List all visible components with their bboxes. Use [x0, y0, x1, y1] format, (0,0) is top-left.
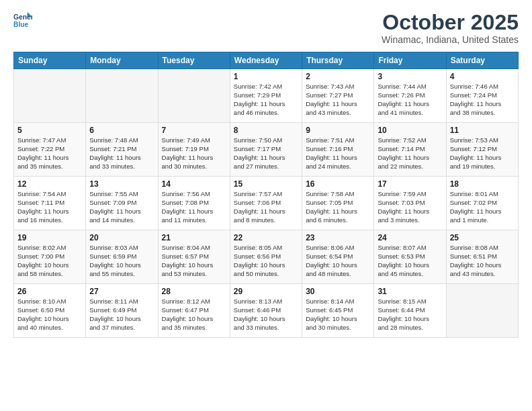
day-number: 4 [450, 72, 515, 81]
day-number: 22 [234, 233, 298, 242]
weekday-header-monday: Monday [86, 52, 158, 69]
day-number: 20 [89, 233, 154, 242]
day-info: Sunrise: 7:44 AMSunset: 7:26 PMDaylight:… [378, 83, 442, 117]
calendar-cell: 27Sunrise: 8:11 AMSunset: 6:49 PMDayligh… [86, 284, 158, 338]
day-info: Sunrise: 7:57 AMSunset: 7:06 PMDaylight:… [234, 190, 298, 224]
day-info: Sunrise: 8:05 AMSunset: 6:56 PMDaylight:… [234, 244, 298, 278]
day-info: Sunrise: 8:08 AMSunset: 6:51 PMDaylight:… [450, 244, 515, 278]
day-info: Sunrise: 7:46 AMSunset: 7:24 PMDaylight:… [450, 83, 515, 117]
day-info: Sunrise: 8:12 AMSunset: 6:47 PMDaylight:… [162, 298, 226, 332]
calendar-cell: 28Sunrise: 8:12 AMSunset: 6:47 PMDayligh… [158, 284, 230, 338]
day-number: 11 [450, 126, 515, 135]
day-info: Sunrise: 7:49 AMSunset: 7:19 PMDaylight:… [162, 136, 226, 171]
logo: General Blue [13, 11, 32, 30]
day-number: 18 [450, 179, 515, 189]
calendar-cell: 19Sunrise: 8:02 AMSunset: 7:00 PMDayligh… [14, 230, 86, 284]
day-info: Sunrise: 8:10 AMSunset: 6:50 PMDaylight:… [17, 298, 82, 332]
weekday-header-wednesday: Wednesday [230, 52, 302, 69]
day-number: 7 [162, 126, 226, 135]
calendar-cell: 13Sunrise: 7:55 AMSunset: 7:09 PMDayligh… [86, 177, 158, 230]
calendar-cell: 6Sunrise: 7:48 AMSunset: 7:21 PMDaylight… [86, 123, 158, 177]
day-info: Sunrise: 8:15 AMSunset: 6:44 PMDaylight:… [378, 298, 442, 332]
day-number: 25 [450, 233, 515, 242]
day-info: Sunrise: 8:07 AMSunset: 6:53 PMDaylight:… [378, 244, 442, 278]
day-number: 30 [306, 287, 370, 296]
location: Winamac, Indiana, United States [382, 34, 519, 45]
calendar-cell [158, 69, 230, 123]
calendar-cell: 10Sunrise: 7:52 AMSunset: 7:14 PMDayligh… [374, 123, 446, 177]
weekday-header-friday: Friday [374, 52, 446, 69]
day-info: Sunrise: 7:47 AMSunset: 7:22 PMDaylight:… [17, 136, 82, 171]
day-info: Sunrise: 8:06 AMSunset: 6:54 PMDaylight:… [306, 244, 370, 278]
day-number: 28 [162, 287, 226, 296]
calendar-cell: 7Sunrise: 7:49 AMSunset: 7:19 PMDaylight… [158, 123, 230, 177]
calendar-cell: 17Sunrise: 7:59 AMSunset: 7:03 PMDayligh… [374, 177, 446, 230]
calendar-cell: 31Sunrise: 8:15 AMSunset: 6:44 PMDayligh… [374, 284, 446, 338]
day-info: Sunrise: 8:11 AMSunset: 6:49 PMDaylight:… [89, 298, 154, 332]
day-number: 10 [378, 126, 442, 135]
calendar-cell: 24Sunrise: 8:07 AMSunset: 6:53 PMDayligh… [374, 230, 446, 284]
day-number: 1 [234, 72, 298, 81]
calendar-cell [14, 69, 86, 123]
title-area: October 2025 Winamac, Indiana, United St… [382, 11, 519, 45]
logo-icon: General Blue [13, 11, 32, 30]
day-number: 17 [378, 179, 442, 189]
day-info: Sunrise: 8:13 AMSunset: 6:46 PMDaylight:… [234, 298, 298, 332]
day-number: 2 [306, 72, 370, 81]
calendar-cell [86, 69, 158, 123]
day-number: 19 [17, 233, 82, 242]
week-row-3: 12Sunrise: 7:54 AMSunset: 7:11 PMDayligh… [14, 177, 519, 230]
day-number: 12 [17, 179, 82, 189]
calendar-cell: 3Sunrise: 7:44 AMSunset: 7:26 PMDaylight… [374, 69, 446, 123]
calendar-cell: 25Sunrise: 8:08 AMSunset: 6:51 PMDayligh… [446, 230, 518, 284]
calendar-cell: 21Sunrise: 8:04 AMSunset: 6:57 PMDayligh… [158, 230, 230, 284]
day-number: 14 [162, 179, 226, 189]
day-info: Sunrise: 8:03 AMSunset: 6:59 PMDaylight:… [89, 244, 154, 278]
calendar-cell: 30Sunrise: 8:14 AMSunset: 6:45 PMDayligh… [302, 284, 374, 338]
page: General Blue October 2025 Winamac, India… [0, 0, 532, 411]
day-number: 5 [17, 126, 82, 135]
day-info: Sunrise: 7:48 AMSunset: 7:21 PMDaylight:… [89, 136, 154, 171]
day-number: 8 [234, 126, 298, 135]
day-number: 27 [89, 287, 154, 296]
day-number: 21 [162, 233, 226, 242]
header: General Blue October 2025 Winamac, India… [13, 11, 519, 45]
calendar-cell: 23Sunrise: 8:06 AMSunset: 6:54 PMDayligh… [302, 230, 374, 284]
day-info: Sunrise: 8:14 AMSunset: 6:45 PMDaylight:… [306, 298, 370, 332]
day-info: Sunrise: 8:02 AMSunset: 7:00 PMDaylight:… [17, 244, 82, 278]
day-info: Sunrise: 7:50 AMSunset: 7:17 PMDaylight:… [234, 136, 298, 171]
calendar-cell: 29Sunrise: 8:13 AMSunset: 6:46 PMDayligh… [230, 284, 302, 338]
day-number: 6 [89, 126, 154, 135]
calendar-cell: 4Sunrise: 7:46 AMSunset: 7:24 PMDaylight… [446, 69, 518, 123]
day-info: Sunrise: 7:59 AMSunset: 7:03 PMDaylight:… [378, 190, 442, 224]
day-number: 16 [306, 179, 370, 189]
calendar-cell: 5Sunrise: 7:47 AMSunset: 7:22 PMDaylight… [14, 123, 86, 177]
day-number: 29 [234, 287, 298, 296]
day-number: 15 [234, 179, 298, 189]
day-info: Sunrise: 7:53 AMSunset: 7:12 PMDaylight:… [450, 136, 515, 171]
calendar-cell: 18Sunrise: 8:01 AMSunset: 7:02 PMDayligh… [446, 177, 518, 230]
calendar: SundayMondayTuesdayWednesdayThursdayFrid… [13, 52, 519, 338]
calendar-cell: 26Sunrise: 8:10 AMSunset: 6:50 PMDayligh… [14, 284, 86, 338]
day-info: Sunrise: 7:51 AMSunset: 7:16 PMDaylight:… [306, 136, 370, 171]
day-number: 3 [378, 72, 442, 81]
calendar-cell: 9Sunrise: 7:51 AMSunset: 7:16 PMDaylight… [302, 123, 374, 177]
calendar-cell: 2Sunrise: 7:43 AMSunset: 7:27 PMDaylight… [302, 69, 374, 123]
weekday-header-row: SundayMondayTuesdayWednesdayThursdayFrid… [14, 52, 519, 69]
calendar-cell: 22Sunrise: 8:05 AMSunset: 6:56 PMDayligh… [230, 230, 302, 284]
calendar-cell: 11Sunrise: 7:53 AMSunset: 7:12 PMDayligh… [446, 123, 518, 177]
weekday-header-thursday: Thursday [302, 52, 374, 69]
calendar-cell: 16Sunrise: 7:58 AMSunset: 7:05 PMDayligh… [302, 177, 374, 230]
week-row-1: 1Sunrise: 7:42 AMSunset: 7:29 PMDaylight… [14, 69, 519, 123]
week-row-2: 5Sunrise: 7:47 AMSunset: 7:22 PMDaylight… [14, 123, 519, 177]
weekday-header-tuesday: Tuesday [158, 52, 230, 69]
svg-text:Blue: Blue [13, 21, 29, 28]
day-info: Sunrise: 8:01 AMSunset: 7:02 PMDaylight:… [450, 190, 515, 224]
day-info: Sunrise: 7:42 AMSunset: 7:29 PMDaylight:… [234, 83, 298, 117]
calendar-cell: 12Sunrise: 7:54 AMSunset: 7:11 PMDayligh… [14, 177, 86, 230]
month-title: October 2025 [382, 11, 519, 34]
day-info: Sunrise: 7:43 AMSunset: 7:27 PMDaylight:… [306, 83, 370, 117]
day-number: 23 [306, 233, 370, 242]
calendar-cell: 15Sunrise: 7:57 AMSunset: 7:06 PMDayligh… [230, 177, 302, 230]
calendar-cell: 1Sunrise: 7:42 AMSunset: 7:29 PMDaylight… [230, 69, 302, 123]
